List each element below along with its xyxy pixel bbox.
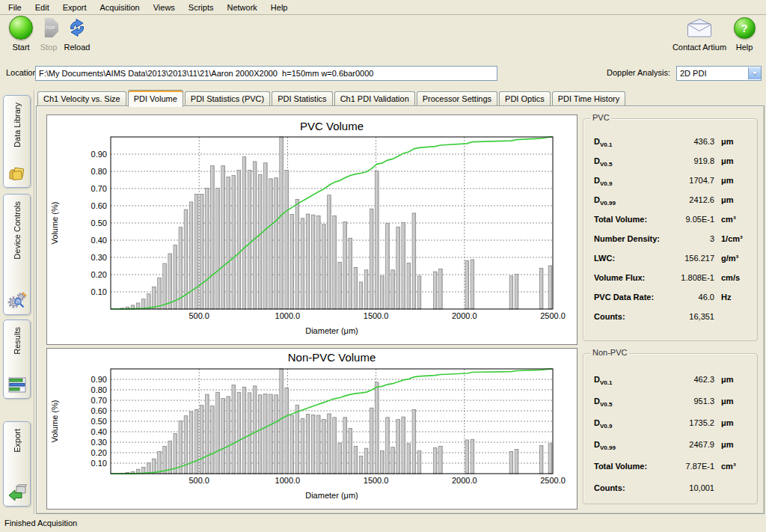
start-button[interactable]: Start (4, 15, 37, 52)
stat-row-total-volume: Total Volume:9.05E-1cm³ (594, 215, 751, 230)
tab-strip: Ch1 Velocity vs. SizePDI VolumePDI Stati… (37, 90, 765, 106)
menu-item-file[interactable]: File (1, 1, 28, 14)
stat-row-dv0-1: DV0.1462.3μm (594, 375, 751, 390)
tab-ch1-pdi-validation[interactable]: Ch1 PDI Validation (334, 91, 415, 106)
stat-value: 10,001 (668, 483, 721, 492)
stat-value: 1735.2 (668, 418, 721, 427)
start-button-label: Start (4, 43, 37, 52)
stat-value: 1.808E-1 (668, 273, 721, 282)
tab-processor-settings[interactable]: Processor Settings (417, 91, 497, 106)
svg-text:Volume (%): Volume (%) (50, 400, 59, 443)
tab-pdi-volume[interactable]: PDI Volume (128, 90, 183, 107)
tab-ch1-velocity-vs-size[interactable]: Ch1 Velocity vs. Size (37, 91, 126, 106)
sidebar-item-export[interactable]: Export (3, 421, 31, 507)
svg-text:0.30: 0.30 (91, 253, 107, 262)
stat-unit: μm (721, 195, 751, 204)
stat-unit: μm (721, 156, 751, 165)
svg-text:500.0: 500.0 (189, 476, 209, 485)
sidebar-item-results[interactable]: Results (3, 319, 31, 399)
location-row: Location: Doppler Analysis: 2D PDI (0, 64, 766, 84)
stat-label: Total Volume: (594, 462, 668, 471)
app-window: FileEditExportAcquisitionViewsScriptsNet… (0, 0, 766, 532)
svg-text:1000.0: 1000.0 (275, 476, 301, 485)
svg-text:0.60: 0.60 (91, 406, 107, 415)
stat-value: 436.3 (668, 137, 721, 146)
menu-item-network[interactable]: Network (220, 1, 263, 14)
non-pvc-stats-title: Non-PVC (590, 348, 629, 357)
sidebar-item-label: Export (13, 429, 22, 453)
svg-text:0.50: 0.50 (91, 218, 107, 227)
stat-unit: μm (721, 418, 751, 427)
menu-item-views[interactable]: Views (147, 1, 182, 14)
tab-page-pdi-volume: 0.100.200.300.400.500.600.700.800.90500.… (36, 106, 765, 514)
stop-button-label: Stop (34, 43, 63, 52)
stat-row-dv0-5: DV0.5951.3μm (594, 397, 751, 412)
svg-text:0.90: 0.90 (91, 375, 107, 384)
stat-row-counts: Counts:16,351 (594, 312, 751, 327)
stat-value: 9.05E-1 (668, 215, 721, 224)
stat-unit: cm³ (721, 462, 751, 471)
stat-value: 2412.6 (668, 195, 721, 204)
svg-text:Volume (%): Volume (%) (50, 202, 59, 245)
stat-unit: Hz (721, 293, 751, 302)
stat-label: DV0.1 (594, 375, 668, 386)
svg-text:0.20: 0.20 (91, 448, 107, 457)
stat-value: 919.8 (668, 156, 721, 165)
sidebar-item-data-library[interactable]: Data Library (3, 95, 31, 188)
stat-label: PVC Data Rate: (594, 293, 668, 302)
svg-text:Diameter (μm): Diameter (μm) (305, 326, 358, 335)
svg-text:0.80: 0.80 (91, 167, 107, 176)
tab-pdi-statistics[interactable]: PDI Statistics (272, 91, 332, 106)
menu-item-acquisition[interactable]: Acquisition (94, 1, 147, 14)
svg-text:0.20: 0.20 (91, 270, 107, 279)
help-button[interactable]: ? Help (730, 15, 759, 52)
menu-item-scripts[interactable]: Scripts (182, 1, 221, 14)
svg-text:PVC Volume: PVC Volume (300, 120, 364, 132)
non-pvc-stats-groupbox: Non-PVC DV0.1462.3μmDV0.5951.3μmDV0.9173… (583, 353, 758, 504)
menu-item-export[interactable]: Export (56, 1, 94, 14)
contact-artium-button[interactable]: Contact Artium (669, 15, 730, 52)
pvc-stats-title: PVC (590, 113, 612, 122)
stat-value: 2467.9 (668, 440, 721, 449)
svg-text:2500.0: 2500.0 (540, 476, 566, 485)
status-text: Finished Acquisition (4, 519, 77, 528)
combo-dropdown-button[interactable] (748, 67, 761, 79)
stat-label: Volume Flux: (594, 273, 668, 282)
non-pvc-volume-chart: 0.100.200.300.400.500.600.700.800.90500.… (46, 348, 577, 510)
sidebar-item-label: Device Controls (13, 201, 22, 260)
stat-row-volume-flux: Volume Flux:1.808E-1cm/s (594, 273, 751, 288)
stat-label: Number Density: (594, 234, 668, 243)
doppler-analysis-label: Doppler Analysis: (607, 68, 670, 77)
svg-text:2500.0: 2500.0 (540, 311, 566, 320)
svg-text:Non-PVC Volume: Non-PVC Volume (288, 351, 376, 364)
bar-chart-icon (8, 377, 26, 394)
stat-row-total-volume: Total Volume:7.87E-1cm³ (594, 462, 751, 477)
svg-text:0.10: 0.10 (91, 459, 107, 468)
svg-text:500.0: 500.0 (189, 311, 209, 320)
status-bar: Finished Acquisition (0, 515, 766, 532)
stat-value: 462.3 (668, 375, 721, 384)
start-icon (9, 16, 33, 40)
sidebar-item-label: Results (13, 327, 22, 355)
reload-button[interactable]: Reload (60, 15, 94, 52)
doppler-analysis-select[interactable]: 2D PDI (676, 66, 762, 81)
gears-icon (7, 291, 27, 311)
svg-text:2000.0: 2000.0 (452, 476, 477, 485)
location-input[interactable] (35, 66, 497, 81)
stat-label: DV0.1 (594, 137, 668, 148)
stat-row-dv0-5: DV0.5919.8μm (594, 156, 751, 171)
tab-pdi-optics[interactable]: PDI Optics (499, 91, 551, 106)
doppler-analysis-value: 2D PDI (677, 69, 748, 78)
svg-text:0.30: 0.30 (91, 438, 107, 447)
stat-label: DV0.99 (594, 440, 668, 451)
menu-item-help[interactable]: Help (264, 1, 295, 14)
svg-text:1500.0: 1500.0 (364, 476, 389, 485)
menu-item-edit[interactable]: Edit (28, 1, 56, 14)
stat-label: DV0.9 (594, 418, 668, 429)
tab-pdi-statistics-pvc[interactable]: PDI Statistics (PVC) (185, 91, 270, 106)
tab-pdi-time-history[interactable]: PDI Time History (552, 91, 626, 106)
svg-text:1500.0: 1500.0 (364, 311, 389, 320)
sidebar-item-device-controls[interactable]: Device Controls (3, 194, 31, 315)
stop-button[interactable]: STOP Stop (34, 15, 63, 52)
stat-label: DV0.99 (594, 195, 668, 207)
